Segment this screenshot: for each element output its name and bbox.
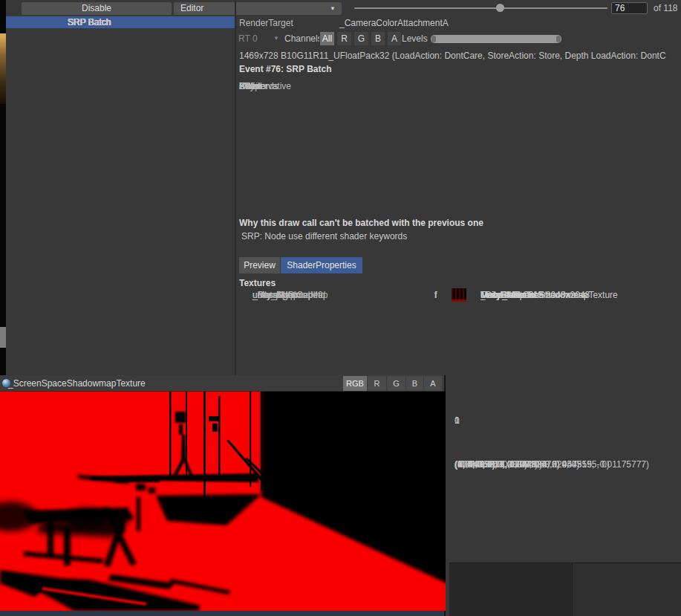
preview-channel-button-g[interactable]: G	[387, 376, 405, 391]
texture-thumbnail-tempbuffer-icon	[452, 288, 466, 302]
event-number-input[interactable]: 76	[611, 2, 648, 14]
levels-min-handle[interactable]	[431, 36, 436, 42]
batch-break-title: Why this draw call can't be batched with…	[239, 218, 483, 228]
preview-channel-button-r[interactable]: R	[368, 376, 386, 391]
texture-preview-window: _ScreenSpaceShadowmapTexture RGBRGBA	[0, 375, 446, 616]
event-slider-track[interactable]	[354, 7, 607, 9]
shader-vector-value: (0.06005612, 0.07213476, 0, 0)	[454, 459, 579, 470]
unity-frame-debugger-window: Disable Editor ▼ 76 of 118 ▶<unknown sco…	[0, 0, 681, 616]
property-label: Conservative	[239, 79, 291, 94]
scene-gray-sliver	[0, 327, 6, 348]
levels-max-handle[interactable]	[556, 36, 561, 42]
batch-break-reason: SRP: Node use different shader keywords	[241, 231, 407, 241]
chevron-down-icon: ▼	[330, 2, 336, 15]
render-target-value: _CameraColorAttachmentA	[339, 18, 449, 28]
shader-properties-list: ShaderUniversal Render Pipeline/Lit, Sub…	[236, 79, 681, 213]
event-title: Event #76: SRP Batch	[239, 64, 332, 74]
texture-slot-name: _MetallicGlossMap	[252, 288, 328, 302]
textures-section-title: Textures	[239, 278, 276, 288]
disable-button[interactable]: Disable	[22, 2, 172, 15]
texture-asset-name: TempBuffer 315 2048x2048	[480, 288, 590, 302]
chevron-down-icon: ▼	[273, 31, 279, 46]
event-slider-thumb[interactable]	[496, 4, 504, 12]
tree-row[interactable]: SRP Batch	[6, 16, 235, 28]
scene-object-sliver	[0, 33, 6, 104]
shader-scalar-value: 0	[454, 415, 460, 427]
preview-channel-button-b[interactable]: B	[406, 376, 423, 391]
levels-label: Levels	[402, 31, 428, 46]
event-tree: ▶<unknown scope>1▼UniversalRenderPipelin…	[6, 16, 235, 375]
preview-title: _ScreenSpaceShadowmapTexture	[8, 375, 146, 392]
target-selector-label: Editor	[180, 3, 203, 13]
render-target-label: RenderTarget	[239, 18, 293, 28]
editor-background-panel	[449, 562, 681, 616]
tree-row-label: SRP Batch	[68, 16, 215, 28]
preview-window-bottom-edge	[0, 611, 444, 616]
event-total-label: of 118	[654, 3, 677, 13]
channels-label: Channels	[284, 31, 322, 46]
tab-shader-properties[interactable]: ShaderProperties	[281, 257, 362, 273]
texture-window-icon	[2, 379, 10, 387]
channels-toolbar: RT 0 ▼ Channels AllRGBA Levels	[236, 31, 681, 48]
levels-range-slider[interactable]	[431, 35, 561, 43]
preview-channel-button-a[interactable]: A	[424, 376, 442, 391]
channel-button-b[interactable]: B	[371, 32, 385, 45]
texture-filter-flag: f	[434, 288, 437, 302]
tab-preview[interactable]: Preview	[239, 257, 280, 273]
target-selector-dropdown[interactable]: Editor ▼	[174, 2, 342, 15]
channel-button-a[interactable]: A	[387, 32, 401, 45]
rt-selector-dropdown[interactable]: RT 0	[238, 31, 258, 46]
frame-debugger-toolbar: Disable Editor ▼ 76 of 118	[6, 0, 681, 16]
preview-channel-button-rgb[interactable]: RGB	[343, 376, 367, 391]
editor-background-panel-right	[572, 563, 681, 616]
channel-button-g[interactable]: G	[353, 32, 368, 45]
channel-button-all[interactable]: All	[319, 32, 334, 45]
render-target-info: 1469x728 B10G11R11_UFloatPack32 (LoadAct…	[239, 51, 680, 61]
shadowmap-render	[0, 392, 446, 611]
channel-button-r[interactable]: R	[336, 32, 351, 45]
preview-titlebar[interactable]: _ScreenSpaceShadowmapTexture RGBRGBA	[0, 375, 444, 392]
shadowmap-preview-image[interactable]	[0, 392, 446, 611]
